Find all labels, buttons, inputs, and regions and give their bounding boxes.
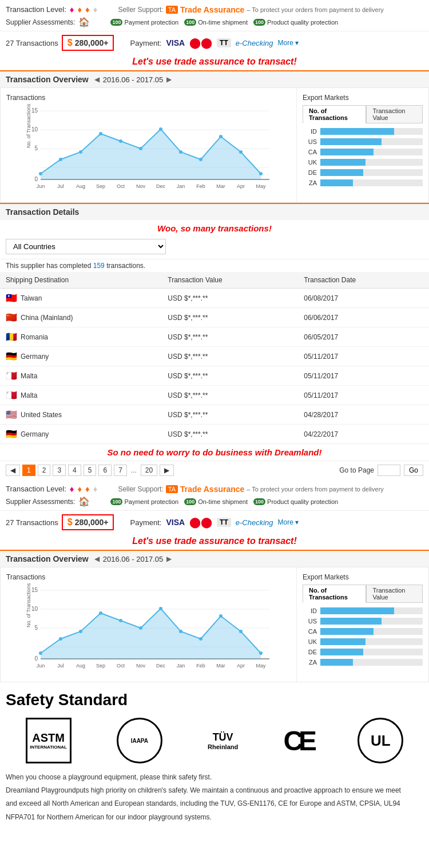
pagination: ◀ 1 2 3 4 5 6 7 ... 20 ▶ Go to Page Go xyxy=(0,461,429,479)
page-prev[interactable]: ◀ xyxy=(6,465,20,476)
page-20[interactable]: 20 xyxy=(141,465,157,476)
page-5[interactable]: 5 xyxy=(84,465,97,476)
transaction-level-section: Transaction Level: ♦ ♦ ♦ ♦ Seller Suppor… xyxy=(0,0,429,31)
svg-point-17 xyxy=(179,150,182,154)
ta-desc: – To protect your orders from payment to… xyxy=(247,6,383,13)
svg-point-10 xyxy=(39,172,42,175)
tab-no-transactions[interactable]: No. of Transactions xyxy=(303,105,366,123)
country-ca: CA xyxy=(303,149,317,155)
cell-destination: 🇺🇸 United States xyxy=(0,405,162,425)
svg-point-47 xyxy=(99,611,102,615)
transaction-table: Shipping Destination Transaction Value T… xyxy=(0,272,429,444)
transaction-details-header: Transaction Details xyxy=(0,203,429,220)
date-prev-arrow-2[interactable]: ◀ xyxy=(94,555,100,563)
bar-row-id: ID xyxy=(303,128,423,135)
svg-point-16 xyxy=(159,127,162,131)
go-button[interactable]: Go xyxy=(404,465,423,476)
country-select[interactable]: All Countries xyxy=(6,239,166,254)
date-next-arrow[interactable]: ▶ xyxy=(166,75,172,83)
supplier-assessments-label-2: Supplier Assessments: xyxy=(6,498,75,506)
more-payment-button[interactable]: More ▾ xyxy=(278,39,299,47)
transaction-amount: $ 280,000+ xyxy=(62,35,114,51)
svg-text:May: May xyxy=(256,183,266,189)
safety-text: When you choose a playground equipment, … xyxy=(6,772,423,823)
tab-no-transactions-2[interactable]: No. of Transactions xyxy=(303,585,366,603)
cell-date: 06/06/2017 xyxy=(298,308,429,327)
diamond-1b: ♦ xyxy=(70,484,74,494)
country-name: Germany xyxy=(21,353,49,361)
tuv-logo: TÜV Rheinland xyxy=(208,731,238,750)
mastercard-icon: ⬤⬤ xyxy=(189,37,212,49)
diamond-1: ♦ xyxy=(70,5,74,14)
svg-point-49 xyxy=(139,626,142,630)
svg-text:Mar: Mar xyxy=(216,663,225,669)
payment-methods: VISA ⬤⬤ TT e-Checking More ▾ xyxy=(166,37,299,49)
svg-text:Dec: Dec xyxy=(156,183,166,189)
svg-text:10: 10 xyxy=(31,606,38,612)
svg-point-52 xyxy=(199,637,202,641)
page-1[interactable]: 1 xyxy=(22,465,35,476)
go-to-input[interactable] xyxy=(378,465,400,476)
cell-value: USD $*,***.** xyxy=(162,366,298,386)
date-range-2: 2016.06 - 2017.05 xyxy=(103,555,164,563)
flag-icon: 🇩🇪 xyxy=(6,351,17,362)
country-za: ZA xyxy=(303,179,317,186)
page-7[interactable]: 7 xyxy=(114,465,127,476)
country-us: US xyxy=(303,138,317,145)
flag-icon: 🇲🇹 xyxy=(6,390,17,401)
transaction-details-title: Transaction Details xyxy=(6,207,79,217)
cell-destination: 🇩🇪 Germany xyxy=(0,425,162,444)
transaction-count-link[interactable]: 159 xyxy=(93,262,105,270)
page-next[interactable]: ▶ xyxy=(160,465,174,476)
payment-label: Payment: xyxy=(130,39,161,47)
svg-text:Jun: Jun xyxy=(37,663,45,669)
iaapa-logo: IAAPA xyxy=(117,718,162,763)
payment-methods-2: VISA ⬤⬤ TT e-Checking More ▾ xyxy=(166,516,299,529)
date-prev-arrow[interactable]: ◀ xyxy=(94,75,100,83)
svg-point-54 xyxy=(239,630,243,633)
ce-logo: CE xyxy=(283,725,312,757)
flag-icon: 🇺🇸 xyxy=(6,409,17,420)
woo-annotation-text: Woo, so many transactions! xyxy=(157,223,272,233)
tab-transaction-value[interactable]: Transaction Value xyxy=(366,105,423,123)
chart-tabs: No. of Transactions Transaction Value xyxy=(303,105,423,123)
svg-text:Dec: Dec xyxy=(156,663,166,669)
cell-date: 04/28/2017 xyxy=(298,405,429,425)
chart-tabs-2: No. of Transactions Transaction Value xyxy=(303,585,423,603)
visa-icon: VISA xyxy=(166,38,185,47)
diamond-4: ♦ xyxy=(93,5,98,14)
cell-date: 06/08/2017 xyxy=(298,289,429,308)
svg-point-44 xyxy=(39,651,42,655)
bar-row-de: DE xyxy=(303,169,423,176)
svg-text:Oct: Oct xyxy=(117,183,125,189)
date-range: 2016.06 - 2017.05 xyxy=(103,75,164,84)
country-name: China (Mainland) xyxy=(21,314,73,322)
page-4[interactable]: 4 xyxy=(68,465,81,476)
svg-text:15: 15 xyxy=(31,587,38,593)
svg-text:Aug: Aug xyxy=(76,183,85,189)
chart-left-title-2: Transactions xyxy=(6,573,291,581)
promo-text-1: Let's use trade assurance to transact! xyxy=(132,57,296,66)
cell-destination: 🇹🇼 Taiwan xyxy=(0,289,162,308)
svg-text:Oct: Oct xyxy=(117,663,125,669)
table-row: 🇺🇸 United States USD $*,***.** 04/28/201… xyxy=(0,405,429,425)
more-payment-button-2[interactable]: More ▾ xyxy=(278,518,299,526)
ta-badge-2: TA xyxy=(166,485,178,493)
ta-badge: TA xyxy=(166,6,178,14)
page-6[interactable]: 6 xyxy=(98,465,112,476)
seller-support-label-2: Seller Support: xyxy=(118,485,163,493)
supplier-assessments-label: Supplier Assessments: xyxy=(6,18,75,26)
tab-transaction-value-2[interactable]: Transaction Value xyxy=(366,585,423,603)
woo-annotation-area: Woo, so many transactions! xyxy=(0,220,429,234)
date-next-arrow-2[interactable]: ▶ xyxy=(166,555,172,563)
transaction-amount-2: $ 280,000+ xyxy=(62,514,114,530)
page-2[interactable]: 2 xyxy=(38,465,51,476)
bar-row-us: US xyxy=(303,138,423,145)
svg-point-14 xyxy=(119,139,122,143)
y-axis-label-2: No. of Transactions xyxy=(26,583,31,627)
ul-logo: UL xyxy=(357,718,403,763)
payment-protection-2: 100 Payment protection xyxy=(110,498,178,505)
page-3[interactable]: 3 xyxy=(53,465,66,476)
flag-icon: 🇹🇼 xyxy=(6,293,17,303)
promo-text-2: Let's use trade assurance to transact! xyxy=(132,536,296,546)
